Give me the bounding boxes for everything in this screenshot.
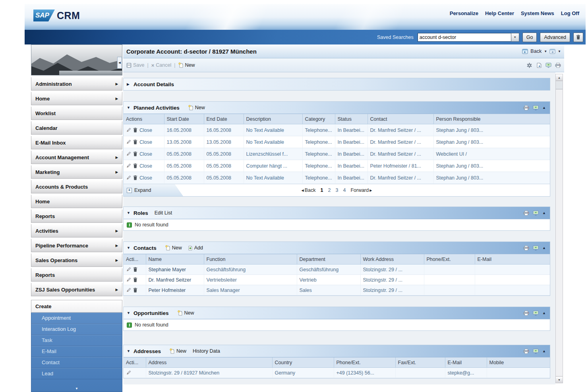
section-title[interactable]: Opportunities (133, 310, 169, 316)
sidebar-item-worklist[interactable]: Worklist (31, 106, 122, 120)
col-work-address[interactable]: Work Address (360, 254, 424, 265)
print-icon[interactable] (523, 105, 529, 110)
create-lead[interactable]: Lead (31, 368, 122, 379)
sidebar-item-activities[interactable]: Activities▶ (31, 224, 122, 238)
sidebar-item-zsj-sales-opportunities[interactable]: ZSJ Sales Opportunities▶ (31, 283, 122, 296)
edit-icon[interactable] (126, 139, 131, 145)
col-country[interactable]: Country (272, 357, 334, 368)
new-contact-button[interactable]: New (165, 245, 182, 251)
print-icon[interactable] (523, 310, 529, 316)
export-monitor-icon[interactable] (533, 348, 539, 354)
edit-icon[interactable] (126, 151, 131, 157)
sidebar-item-marketing[interactable]: Marketing▶ (31, 165, 122, 179)
sidebar-create-header[interactable]: Create (31, 300, 122, 313)
cell-description[interactable]: No Text Available (244, 136, 302, 148)
export-monitor-icon[interactable] (533, 245, 539, 251)
sidebar-item-reports[interactable]: Reports (31, 209, 122, 223)
delete-icon[interactable] (133, 277, 138, 283)
edit-icon[interactable] (126, 127, 131, 133)
back-icon[interactable] (522, 48, 528, 54)
saved-search-dropdown-icon[interactable]: ▼ (511, 33, 519, 42)
sidebar-item-sales-operations[interactable]: Sales Operations▶ (31, 253, 122, 267)
col-contact[interactable]: Contact (368, 114, 433, 124)
col-start-date[interactable]: Start Date (164, 114, 204, 124)
page-3[interactable]: 3 (335, 187, 338, 193)
new-address-button[interactable]: New (170, 348, 186, 354)
cell-description[interactable]: No Text Available (244, 124, 302, 136)
export-monitor-icon[interactable] (533, 105, 539, 110)
create-interaction-log[interactable]: Interaction Log (31, 324, 122, 335)
scroll-down-icon[interactable]: ▼ (556, 376, 563, 383)
create-email[interactable]: E-Mail (31, 346, 122, 357)
delete-icon[interactable] (133, 267, 138, 272)
collapse-tray-icon[interactable]: ▲ (542, 246, 547, 250)
sidebar-collapse-icon[interactable]: ◀ (117, 57, 122, 69)
back-dropdown-icon[interactable]: ▼ (544, 50, 547, 53)
gear-icon[interactable] (526, 62, 532, 68)
delete-icon[interactable] (133, 127, 138, 133)
sidebar-item-calendar[interactable]: Calendar (31, 121, 122, 135)
new-button[interactable]: New (178, 62, 195, 68)
expand-section-icon[interactable]: ▶ (127, 82, 131, 86)
col-function[interactable]: Function (204, 254, 297, 265)
collapse-tray-icon[interactable]: ▲ (542, 349, 547, 353)
create-appointment[interactable]: Appointment (31, 313, 122, 324)
scroll-up-icon[interactable]: ▲ (556, 74, 563, 81)
collapse-section-icon[interactable]: ▼ (127, 311, 131, 315)
log-off-link[interactable]: Log Off (561, 10, 579, 16)
col-email[interactable]: E-Mail (445, 357, 487, 368)
edit-icon[interactable] (126, 267, 131, 272)
collapse-section-icon[interactable]: ▼ (127, 211, 131, 215)
cell-description[interactable]: Lizenzschlüssel f... (244, 148, 302, 160)
go-button[interactable]: Go (522, 33, 537, 42)
delete-icon[interactable] (133, 139, 138, 145)
print-icon[interactable] (523, 245, 529, 251)
sidebar-item-account-management[interactable]: Account Management▶ (31, 151, 122, 164)
forward-dropdown-icon[interactable]: ▼ (558, 50, 561, 53)
page-2[interactable]: 2 (328, 187, 331, 193)
system-news-link[interactable]: System News (521, 10, 554, 16)
help-center-link[interactable]: Help Center (485, 10, 514, 16)
printer-icon[interactable] (555, 62, 561, 68)
delete-icon[interactable] (133, 288, 138, 293)
close-link[interactable]: Close (139, 127, 152, 133)
cell-name[interactable]: Peter Hofmeister (146, 285, 204, 295)
monitor-icon[interactable] (545, 62, 551, 68)
col-department[interactable]: Department (297, 254, 360, 265)
section-title[interactable]: Contacts (133, 245, 157, 251)
export-monitor-icon[interactable] (533, 310, 539, 316)
col-description[interactable]: Description (244, 114, 302, 124)
print-icon[interactable] (523, 348, 529, 354)
edit-icon[interactable] (126, 370, 131, 376)
col-actions[interactable]: Acti... (124, 254, 146, 265)
close-link[interactable]: Close (139, 175, 152, 181)
col-end-date[interactable]: End Date (204, 114, 244, 124)
col-fax[interactable]: Fax/Ext. (395, 357, 445, 368)
page-back-button[interactable]: ◀Back (302, 187, 316, 193)
personalize-link[interactable]: Personalize (450, 10, 478, 16)
cell-description[interactable]: Computer hängt ... (244, 160, 302, 172)
col-phone[interactable]: Phone/Ext. (424, 254, 475, 265)
collapse-tray-icon[interactable]: ▲ (542, 106, 547, 110)
cell-description[interactable]: No Text Available (244, 172, 302, 184)
sidebar-item-administration[interactable]: Administration▶ (31, 77, 122, 91)
section-title[interactable]: Addresses (133, 348, 161, 354)
collapse-section-icon[interactable]: ▼ (127, 106, 131, 110)
edit-icon[interactable] (126, 163, 131, 169)
col-mobile[interactable]: Mobile (487, 357, 550, 368)
forward-icon[interactable] (549, 48, 555, 54)
save-button[interactable]: Save (126, 62, 145, 68)
col-address[interactable]: Address (146, 357, 272, 368)
page-4[interactable]: 4 (343, 187, 346, 193)
sidebar-item-email-inbox[interactable]: E-Mail Inbox (31, 136, 122, 149)
edit-icon[interactable] (126, 288, 131, 293)
delete-icon[interactable] (133, 175, 138, 181)
sidebar-item-pipeline-performance[interactable]: Pipeline Performance▶ (31, 239, 122, 252)
history-data-button[interactable]: History Data (193, 348, 220, 354)
col-person-responsible[interactable]: Person Responsible (433, 114, 550, 124)
col-category[interactable]: Category (302, 114, 335, 124)
section-title[interactable]: Planned Activities (133, 105, 180, 111)
sidebar-scroll-down-icon[interactable]: ▼ (31, 386, 122, 392)
collapse-section-icon[interactable]: ▼ (127, 349, 131, 353)
close-link[interactable]: Close (139, 151, 152, 157)
